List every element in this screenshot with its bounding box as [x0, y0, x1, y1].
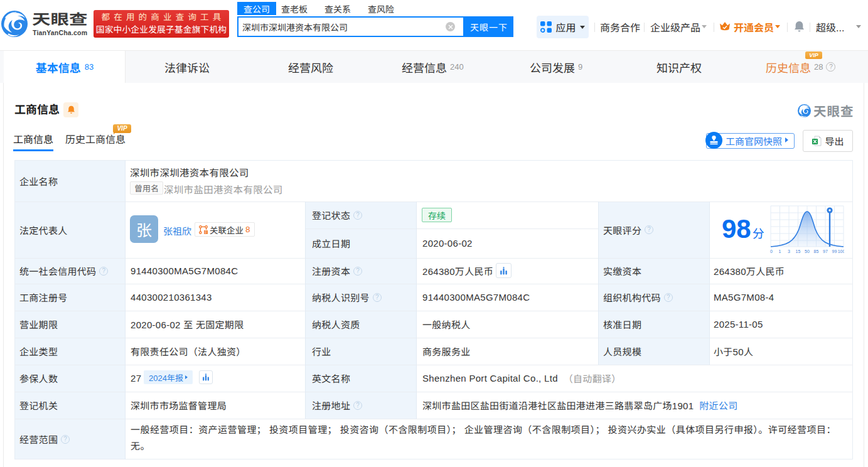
svg-text:3: 3	[788, 249, 790, 254]
svg-text:15: 15	[796, 249, 801, 254]
svg-text:50: 50	[805, 249, 810, 254]
svg-text:100: 100	[838, 249, 844, 254]
svg-text:1: 1	[779, 249, 781, 254]
svg-text:97: 97	[823, 249, 828, 254]
svg-text:85: 85	[814, 249, 819, 254]
svg-text:0: 0	[770, 249, 773, 254]
svg-text:企: 企	[204, 230, 208, 234]
svg-text:99: 99	[832, 249, 837, 254]
